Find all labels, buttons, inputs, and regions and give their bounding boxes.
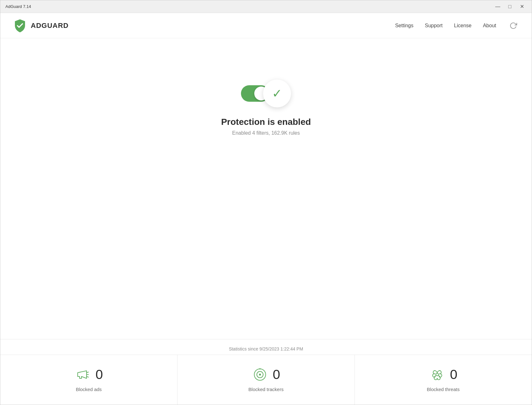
nav-about[interactable]: About [483,23,496,29]
svg-point-3 [259,368,261,370]
blocked-threats-label: Blocked threats [427,387,459,392]
stats-grid: 0 Blocked ads [0,355,532,405]
window-title: AdGuard 7.14 [5,4,493,9]
nav-settings[interactable]: Settings [395,23,413,29]
app-window: AdGuard 7.14 — □ ✕ ADGUARD Settings Supp… [0,0,532,405]
blocked-ads-label: Blocked ads [76,387,102,392]
stat-blocked-trackers: 0 Blocked trackers [178,355,355,405]
stat-blocked-threats: 0 Blocked threats [355,355,532,405]
nav-license[interactable]: License [454,23,471,29]
stats-since-label: Statistics since 9/25/2023 1:22:44 PM [0,339,532,355]
blocked-ads-count: 0 [95,367,103,382]
stats-section: Statistics since 9/25/2023 1:22:44 PM 0 … [0,339,532,405]
protection-check-circle: ✓ [263,80,291,107]
close-button[interactable]: ✕ [517,2,527,11]
title-bar: AdGuard 7.14 — □ ✕ [0,0,532,13]
app-header: ADGUARD Settings Support License About [0,13,532,38]
nav-links: Settings Support License About [395,20,519,31]
protection-subtitle-text: Enabled 4 filters, 162.9K rules [232,130,300,136]
blocked-threats-count: 0 [450,367,457,382]
svg-point-4 [436,373,438,376]
main-content: ✓ Protection is enabled Enabled 4 filter… [0,38,532,405]
blocked-trackers-icon [252,366,268,383]
refresh-icon [509,22,517,29]
svg-point-2 [259,374,261,376]
logo-text: ADGUARD [31,22,68,30]
blocked-trackers-count-area: 0 [252,366,280,383]
blocked-threats-count-area: 0 [429,366,457,383]
adguard-logo-icon [13,19,27,33]
refresh-button[interactable] [508,20,519,31]
check-icon: ✓ [272,87,282,100]
window-controls: — □ ✕ [493,2,527,11]
protection-status-text: Protection is enabled [221,117,311,127]
maximize-button[interactable]: □ [505,2,515,11]
blocked-threats-icon [429,366,445,383]
protection-toggle-area: ✓ [241,80,291,107]
minimize-button[interactable]: — [493,2,503,11]
blocked-trackers-label: Blocked trackers [249,387,284,392]
blocked-ads-count-area: 0 [75,366,103,383]
blocked-trackers-count: 0 [273,367,280,382]
nav-support[interactable]: Support [425,23,443,29]
blocked-ads-icon [75,366,91,383]
logo-area: ADGUARD [13,19,68,33]
stat-blocked-ads: 0 Blocked ads [0,355,178,405]
